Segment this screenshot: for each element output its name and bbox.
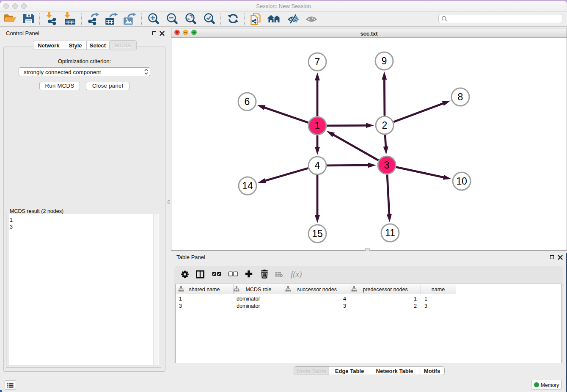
- svg-text:3: 3: [384, 160, 390, 171]
- svg-text:2: 2: [382, 120, 388, 131]
- svg-text:f(x): f(x): [291, 270, 302, 279]
- svg-text:9: 9: [382, 55, 387, 66]
- svg-text:8: 8: [458, 91, 463, 102]
- svg-text:4: 4: [315, 160, 320, 171]
- svg-text:6: 6: [245, 96, 250, 107]
- svg-text:10: 10: [456, 176, 467, 187]
- svg-text:14: 14: [242, 180, 253, 191]
- svg-text:7: 7: [315, 56, 320, 67]
- svg-text:11: 11: [385, 227, 395, 238]
- svg-text:1: 1: [315, 120, 320, 131]
- svg-text:15: 15: [312, 228, 323, 239]
